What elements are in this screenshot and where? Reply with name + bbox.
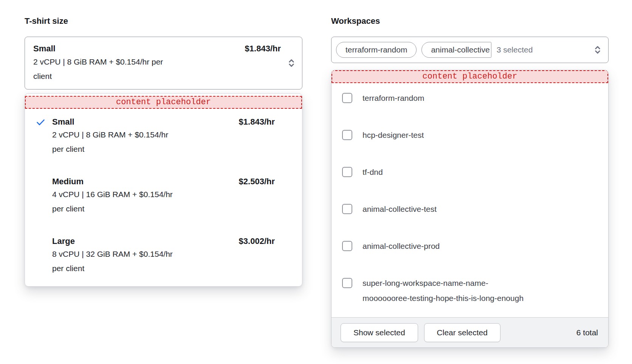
option-description: 8 vCPU | 32 GiB RAM + $0.154/hr per clie… — [52, 247, 275, 276]
option-title: Large — [52, 236, 75, 247]
tshirt-size-section: T-shirt size Small 2 vCPU | 8 GiB RAM + … — [25, 16, 302, 287]
option-title: Small — [52, 116, 74, 128]
tshirt-option-large[interactable]: Large $3.002/hr 8 vCPU | 32 GiB RAM + $0… — [25, 226, 302, 285]
content-placeholder-banner: content placeholder — [331, 70, 608, 83]
show-selected-button[interactable]: Show selected — [341, 323, 418, 342]
tshirt-option-medium[interactable]: Medium $2.503/hr 4 vCPU | 16 GiB RAM + $… — [25, 166, 302, 226]
workspaces-options-list: terraform-random hcp-designer-test tf-dn… — [331, 83, 608, 317]
workspace-option-row[interactable]: hcp-designer-test — [342, 128, 601, 143]
workspace-checkbox[interactable] — [342, 241, 352, 251]
workspaces-section: Workspaces terraform-random animal-colle… — [331, 16, 609, 348]
option-title: Medium — [52, 176, 84, 187]
workspace-option-row[interactable]: super-long-workspace-name-name- moooooor… — [342, 276, 601, 306]
option-description: 4 vCPU | 16 GiB RAM + $0.154/hr per clie… — [52, 187, 275, 216]
check-icon-placeholder — [36, 176, 52, 216]
selected-option-price: $1.843/hr — [245, 43, 281, 83]
tshirt-select-trigger[interactable]: Small 2 vCPU | 8 GiB RAM + $0.154/hr per… — [25, 37, 302, 89]
tshirt-size-label: T-shirt size — [25, 16, 302, 26]
check-icon-placeholder — [36, 236, 52, 276]
workspaces-trigger[interactable]: terraform-random animal-collective 3 sel… — [331, 37, 609, 63]
option-price: $2.503/hr — [239, 176, 275, 187]
tshirt-trigger-content: Small 2 vCPU | 8 GiB RAM + $0.154/hr per… — [33, 43, 240, 83]
workspace-option-row[interactable]: tf-dnd — [342, 165, 601, 180]
selected-option-title: Small — [33, 43, 240, 55]
workspace-option-label: animal-collective-prod — [362, 239, 440, 254]
selected-count-text: 3 selected — [497, 45, 533, 54]
workspace-option-row[interactable]: animal-collective-test — [342, 202, 601, 217]
workspace-option-label: tf-dnd — [362, 165, 383, 180]
tshirt-options-list: Small $1.843/hr 2 vCPU | 8 GiB RAM + $0.… — [25, 106, 302, 285]
option-price: $3.002/hr — [239, 236, 275, 247]
caret-sort-icon — [287, 43, 297, 83]
tshirt-option-small[interactable]: Small $1.843/hr 2 vCPU | 8 GiB RAM + $0.… — [25, 106, 302, 166]
workspace-option-row[interactable]: terraform-random — [342, 91, 601, 106]
option-description: 2 vCPU | 8 GiB RAM + $0.154/hr per clien… — [52, 128, 275, 156]
clear-selected-button[interactable]: Clear selected — [424, 323, 500, 342]
selected-option-description: 2 vCPU | 8 GiB RAM + $0.154/hr per clien… — [33, 55, 211, 83]
workspace-tag: terraform-random — [336, 42, 417, 58]
workspace-checkbox[interactable] — [342, 93, 352, 103]
workspace-option-label: super-long-workspace-name-name- moooooor… — [362, 276, 524, 306]
workspace-tag-truncated: animal-collective — [421, 42, 491, 58]
workspace-checkbox[interactable] — [342, 167, 352, 177]
check-icon — [36, 116, 52, 156]
workspace-option-row[interactable]: animal-collective-prod — [342, 239, 601, 254]
dropdown-footer: Show selected Clear selected 6 total — [331, 317, 608, 347]
workspace-checkbox[interactable] — [342, 130, 352, 140]
option-price: $1.843/hr — [239, 116, 275, 128]
tshirt-dropdown: content placeholder Small $1.843/hr 2 vC… — [25, 93, 302, 287]
total-count: 6 total — [576, 328, 598, 337]
workspace-checkbox[interactable] — [342, 204, 352, 214]
workspace-option-label: animal-collective-test — [362, 202, 437, 217]
workspace-checkbox[interactable] — [342, 278, 352, 288]
workspace-option-label: hcp-designer-test — [362, 128, 424, 143]
workspaces-label: Workspaces — [331, 16, 609, 26]
workspace-option-label: terraform-random — [362, 91, 424, 106]
workspaces-dropdown: content placeholder terraform-random hcp… — [331, 70, 609, 348]
caret-sort-icon — [593, 44, 602, 56]
